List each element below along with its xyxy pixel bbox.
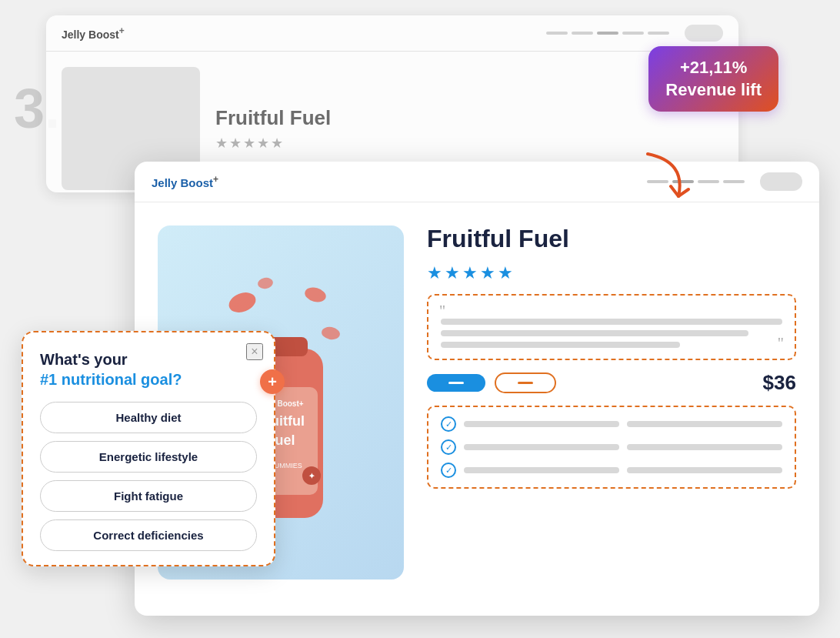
bg-product-title: Fruitful Fuel xyxy=(215,106,723,130)
quote-close: " xyxy=(778,336,784,351)
revenue-line1: +21,11% xyxy=(665,57,762,79)
quiz-close-button[interactable]: × xyxy=(246,343,263,360)
fg-browser-button xyxy=(760,172,802,191)
quiz-options: Healthy diet Energetic lifestyle Fight f… xyxy=(40,402,257,551)
check-icon-1: ✓ xyxy=(441,416,456,432)
action-row: $36 xyxy=(427,371,796,395)
product-stars: ★★★★★ xyxy=(427,263,796,283)
checklist-item: ✓ xyxy=(441,439,782,455)
svg-text:✦: ✦ xyxy=(308,472,315,480)
check-line-2b xyxy=(627,444,782,450)
check-line-1b xyxy=(627,421,782,427)
quiz-option-4[interactable]: Correct deficiencies xyxy=(40,519,257,551)
quiz-modal: × + What's your #1 nutritional goal? Hea… xyxy=(22,331,275,566)
product-title: Fruitful Fuel xyxy=(427,225,796,252)
revenue-badge: +21,11% Revenue lift xyxy=(648,46,778,112)
check-icon-3: ✓ xyxy=(441,463,456,478)
arrow-icon xyxy=(640,146,702,208)
svg-point-0 xyxy=(226,289,258,316)
quiz-plus-icon: + xyxy=(260,369,285,394)
decrease-button-blue[interactable] xyxy=(427,374,485,392)
checklist-item: ✓ xyxy=(441,416,782,432)
svg-point-4 xyxy=(257,276,274,289)
quiz-option-3[interactable]: Fight fatigue xyxy=(40,480,257,512)
minus-icon-blue xyxy=(448,382,464,384)
revenue-line2: Revenue lift xyxy=(665,79,762,102)
quiz-option-1[interactable]: Healthy diet xyxy=(40,402,257,433)
svg-point-3 xyxy=(321,326,341,341)
quote-open: " xyxy=(439,303,445,319)
check-line-2 xyxy=(464,444,619,450)
bg-product-info: Fruitful Fuel ★★★★★ xyxy=(215,106,723,152)
product-price: $36 xyxy=(763,371,796,395)
decrease-button-outline[interactable] xyxy=(495,372,556,393)
quote-lines xyxy=(441,319,782,348)
check-line-3b xyxy=(627,467,782,473)
quote-box: " " xyxy=(427,294,796,360)
bg-browser-button xyxy=(685,25,723,42)
bg-brand: Jelly Boost+ xyxy=(62,25,125,41)
quiz-option-2[interactable]: Energetic lifestyle xyxy=(40,441,257,473)
check-icon-2: ✓ xyxy=(441,439,456,455)
checklist-item: ✓ xyxy=(441,463,782,478)
bg-nav-dots xyxy=(546,32,669,35)
quiz-question-highlight: #1 nutritional goal? xyxy=(40,371,182,388)
quote-line xyxy=(441,330,748,336)
minus-icon-outline xyxy=(518,382,533,384)
check-line-3 xyxy=(464,467,619,473)
quote-line xyxy=(441,342,680,348)
svg-point-1 xyxy=(303,286,328,305)
quote-line xyxy=(441,319,782,325)
checklist-box: ✓ ✓ ✓ xyxy=(427,406,796,489)
check-line-1 xyxy=(464,421,619,427)
product-info-panel: Fruitful Fuel ★★★★★ " " xyxy=(427,225,796,599)
fg-brand: Jelly Boost+ xyxy=(152,174,218,189)
quiz-question: What's your #1 nutritional goal? xyxy=(40,349,257,389)
